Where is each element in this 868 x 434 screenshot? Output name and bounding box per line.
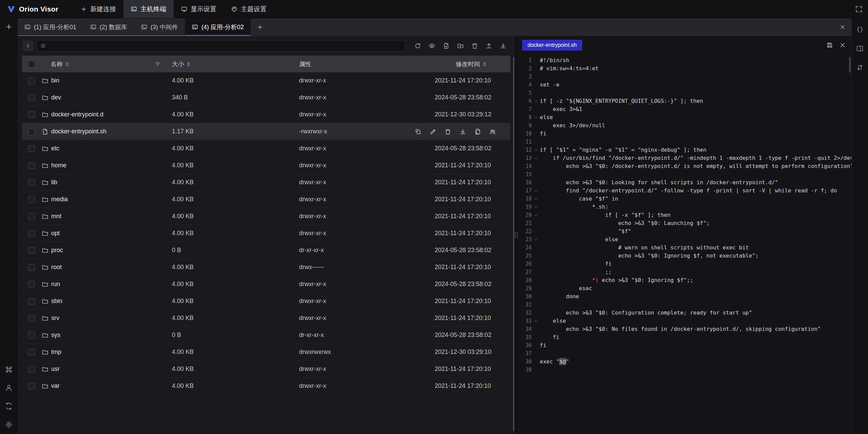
filter-icon[interactable] (155, 61, 160, 67)
file-name[interactable]: sys (51, 332, 60, 339)
fold-chevron-icon[interactable] (532, 97, 540, 105)
back-button[interactable] (23, 41, 33, 51)
menu-item-new-connection[interactable]: 新建连接 (73, 0, 123, 18)
download-button[interactable] (497, 40, 509, 52)
upload-button[interactable] (483, 40, 495, 52)
table-row[interactable]: tmp4.00 KBdrwxrwxrwx2021-12-30 03:29:10 (22, 344, 510, 361)
brand[interactable]: Orion Visor (0, 5, 67, 14)
file-name[interactable]: dev (51, 94, 61, 101)
row-checkbox[interactable] (28, 247, 35, 254)
braces-button[interactable] (856, 26, 864, 33)
table-row[interactable]: sbin4.00 KBdrwxr-xr-x2021-11-24 17:20:10 (22, 293, 510, 310)
table-row[interactable]: docker-entrypoint.d4.00 KBdrwxr-xr-x2021… (22, 106, 510, 123)
row-checkbox[interactable] (28, 111, 35, 118)
terminal-tab-1[interactable]: (1) 应用-分析01 (18, 18, 83, 36)
file-name[interactable]: run (51, 281, 60, 288)
file-name[interactable]: proc (51, 247, 63, 254)
save-button[interactable] (826, 42, 833, 49)
file-name[interactable]: home (51, 162, 66, 169)
row-checkbox[interactable] (28, 162, 35, 169)
row-checkbox[interactable] (28, 128, 35, 135)
terminal-tab-4[interactable]: (4) 应用-分析02 (185, 18, 251, 36)
row-checkbox[interactable] (28, 77, 35, 84)
table-row[interactable]: proc0 Bdr-xr-xr-x2024-05-28 23:58:02 (22, 242, 510, 259)
fold-chevron-icon[interactable] (532, 113, 540, 121)
file-name[interactable]: mnt (51, 213, 61, 220)
row-checkbox[interactable] (28, 196, 35, 203)
column-header-mtime[interactable]: 修改时间 (456, 60, 480, 68)
edit-button[interactable] (430, 128, 436, 135)
table-row[interactable]: etc4.00 KBdrwxr-xr-x2024-05-28 23:58:02 (22, 140, 510, 157)
row-checkbox[interactable] (28, 213, 35, 220)
row-checkbox[interactable] (28, 281, 35, 288)
file-name[interactable]: docker-entrypoint.d (51, 111, 103, 118)
table-row[interactable]: var4.00 KBdrwxr-xr-x2021-11-24 17:20:10 (22, 378, 510, 395)
row-checkbox[interactable] (28, 366, 35, 373)
row-checkbox[interactable] (28, 230, 35, 237)
file-name[interactable]: sbin (51, 298, 62, 305)
row-checkbox[interactable] (28, 94, 35, 101)
fold-chevron-icon[interactable] (532, 211, 540, 219)
table-row[interactable]: srv4.00 KBdrwxr-xr-x2021-11-24 17:20:10 (22, 310, 510, 327)
editor-scrollbar[interactable] (849, 57, 851, 73)
table-row[interactable]: home4.00 KBdrwxr-xr-x2021-11-24 17:20:10 (22, 157, 510, 174)
path-list-icon[interactable] (40, 43, 46, 49)
table-row[interactable]: sys0 Bdr-xr-xr-x2024-05-28 23:58:02 (22, 327, 510, 344)
column-header-size[interactable]: 大小 (172, 60, 184, 68)
file-name[interactable]: lib (51, 179, 57, 186)
new-tab-plus-icon[interactable] (5, 23, 13, 31)
menu-item-host-terminal[interactable]: 主机终端 (123, 0, 174, 18)
file-name[interactable]: tmp (51, 348, 61, 356)
folder-add-button[interactable] (454, 40, 467, 52)
file-name[interactable]: opt (51, 230, 60, 237)
menu-item-display-settings[interactable]: 显示设置 (174, 0, 224, 18)
trash-button[interactable] (445, 128, 451, 135)
command-button[interactable] (5, 365, 13, 374)
path-input[interactable] (48, 43, 402, 49)
table-row[interactable]: lib4.00 KBdrwxr-xr-x2021-11-24 17:20:10 (22, 174, 510, 191)
table-row[interactable]: usr4.00 KBdrwxr-xr-x2021-11-24 17:20:10 (22, 361, 510, 378)
menu-item-theme-settings[interactable]: 主题设置 (224, 0, 274, 18)
row-checkbox[interactable] (28, 332, 35, 339)
row-checkbox[interactable] (28, 349, 35, 356)
transfer-button[interactable] (856, 64, 864, 71)
fold-chevron-icon[interactable] (532, 317, 540, 325)
file-name[interactable]: usr (51, 365, 60, 373)
file-name[interactable]: srv (51, 315, 59, 322)
panel-splitter[interactable] (515, 36, 518, 434)
file-panel-scrollbar[interactable] (513, 57, 514, 431)
row-checkbox[interactable] (28, 145, 35, 152)
file-add-button[interactable] (440, 40, 452, 52)
download-button[interactable] (459, 128, 466, 135)
table-row[interactable]: run4.00 KBdrwxr-xr-x2024-05-28 23:58:02 (22, 276, 510, 293)
table-row[interactable]: dev340 Bdrwxr-xr-x2024-05-28 23:58:02 (22, 89, 510, 106)
fold-chevron-icon[interactable] (532, 146, 540, 154)
fold-chevron-icon[interactable] (532, 195, 540, 203)
table-row[interactable]: media4.00 KBdrwxr-xr-x2021-11-24 17:20:1… (22, 191, 510, 208)
close-panel-icon[interactable] (840, 24, 846, 30)
trash-button[interactable] (469, 40, 481, 52)
user-button[interactable] (5, 384, 13, 392)
row-checkbox[interactable] (28, 264, 35, 271)
file-name[interactable]: media (51, 196, 68, 203)
sort-icon[interactable] (65, 62, 69, 67)
row-checkbox[interactable] (28, 383, 35, 390)
table-row[interactable]: opt4.00 KBdrwxr-xr-x2021-11-24 17:20:10 (22, 225, 510, 242)
sort-icon[interactable] (187, 62, 190, 67)
sort-icon[interactable] (483, 62, 486, 67)
column-header-attr[interactable]: 属性 (299, 60, 311, 68)
fullscreen-icon[interactable] (855, 5, 863, 13)
table-row[interactable]: docker-entrypoint.sh1.17 KB-rwxrwxr-x (22, 123, 510, 140)
table-row[interactable]: bin4.00 KBdrwxr-xr-x2021-11-24 17:20:10 (22, 72, 510, 89)
row-checkbox[interactable] (28, 315, 35, 322)
terminal-tab-3[interactable]: (3) 中间件 (134, 18, 185, 36)
sync-button[interactable] (5, 402, 13, 410)
code-editor[interactable]: 1#!/bin/sh2# vim:sw=4:ts=4:et34set -e56i… (518, 54, 851, 434)
editor-file-tab[interactable]: docker-entrypoint.sh (522, 40, 582, 51)
fold-chevron-icon[interactable] (532, 235, 540, 244)
file-name[interactable]: var (51, 382, 60, 390)
duplicate-button[interactable] (474, 128, 481, 135)
file-name[interactable]: etc (51, 145, 59, 152)
file-name[interactable]: docker-entrypoint.sh (51, 128, 106, 135)
table-row[interactable]: mnt4.00 KBdrwxr-xr-x2021-11-24 17:20:10 (22, 208, 510, 225)
